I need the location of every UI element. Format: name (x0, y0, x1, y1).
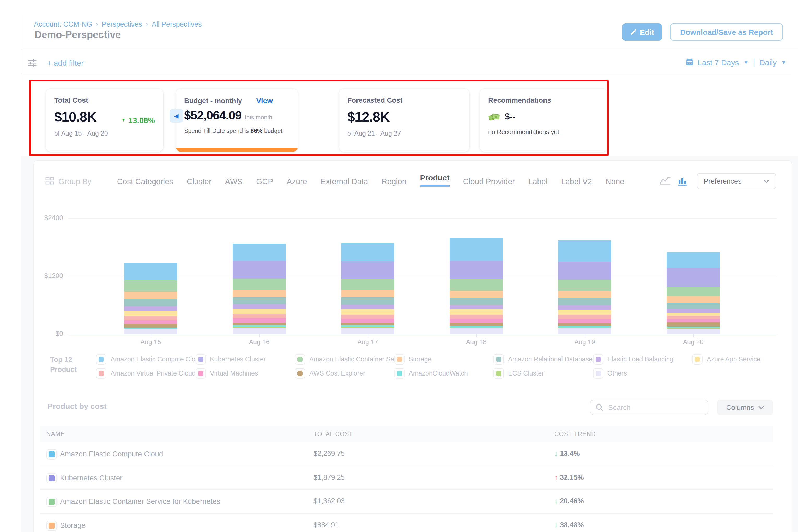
bar-segment-ecs-cluster[interactable] (341, 327, 394, 328)
bar-segment-storage[interactable] (233, 290, 286, 297)
bar-segment-virtual-machines[interactable] (667, 320, 720, 322)
bar-segment-amazoncloudwatch[interactable] (558, 326, 611, 327)
edit-button[interactable]: Edit (622, 23, 662, 41)
search-input[interactable] (607, 403, 703, 412)
bar-segment-virtual-machines[interactable] (341, 319, 394, 323)
bar-segment-others[interactable] (667, 328, 720, 334)
date-range-dropdown[interactable]: Last 7 Days (698, 58, 739, 66)
breadcrumb-all-perspectives[interactable]: All Perspectives (152, 20, 202, 28)
bar-segment-amazon-elastic-container-service-for-kubernetes[interactable] (558, 280, 611, 291)
bar-segment-amazon-elastic-container-service-for-kubernetes[interactable] (341, 279, 394, 290)
bar-segment-amazon-relational-database-service[interactable] (124, 299, 177, 306)
bar-segment-others[interactable] (233, 328, 286, 334)
add-filter-button[interactable]: + add filter (47, 58, 84, 67)
bar-segment-storage[interactable] (450, 290, 503, 298)
bar-segment-amazoncloudwatch[interactable] (667, 326, 720, 327)
bar-segment-amazon-virtual-private-cloud[interactable] (450, 314, 503, 319)
bar-segment-amazon-elastic-compute-cloud[interactable] (233, 243, 286, 261)
bar-segment-azure-app-service[interactable] (558, 310, 611, 315)
bar-segment-aws-cost-explorer[interactable] (667, 322, 720, 326)
breadcrumb-account[interactable]: Account: CCM-NG (34, 20, 92, 28)
bar-segment-amazon-relational-database-service[interactable] (233, 297, 286, 304)
bar-segment-amazon-relational-database-service[interactable] (450, 298, 503, 305)
bar-segment-amazon-virtual-private-cloud[interactable] (558, 315, 611, 319)
bar-segment-others[interactable] (558, 328, 611, 334)
legend-swatch (295, 368, 305, 379)
bar-segment-kubernetes-cluster[interactable] (558, 262, 611, 280)
bar-segment-kubernetes-cluster[interactable] (450, 261, 503, 279)
bar-segment-storage[interactable] (667, 296, 720, 303)
bar-segment-amazon-virtual-private-cloud[interactable] (667, 316, 720, 320)
bar-segment-others[interactable] (341, 328, 394, 334)
bar-segment-amazoncloudwatch[interactable] (233, 325, 286, 327)
bar-segment-virtual-machines[interactable] (233, 318, 286, 323)
bar-segment-amazon-elastic-compute-cloud[interactable] (558, 241, 611, 262)
legend-label: AWS Cost Explorer (309, 370, 365, 377)
bar-segment-amazon-virtual-private-cloud[interactable] (124, 316, 177, 320)
bar-segment-aws-cost-explorer[interactable] (341, 323, 394, 326)
bar-segment-elastic-load-balancing[interactable] (450, 305, 503, 309)
bar-segment-aws-cost-explorer[interactable] (558, 323, 611, 326)
bar-segment-amazon-virtual-private-cloud[interactable] (341, 314, 394, 319)
bar-segment-amazon-elastic-container-service-for-kubernetes[interactable] (233, 278, 286, 290)
download-button-label: Download/Save as Report (680, 28, 773, 36)
bar-segment-kubernetes-cluster[interactable] (667, 268, 720, 287)
bar-segment-virtual-machines[interactable] (450, 319, 503, 323)
bar-segment-amazon-virtual-private-cloud[interactable] (233, 314, 286, 318)
bar-segment-elastic-load-balancing[interactable] (341, 305, 394, 309)
carousel-left-button[interactable]: ◀ (170, 109, 183, 122)
y-axis-label: $1200 (34, 272, 63, 280)
bar-segment-azure-app-service[interactable] (450, 309, 503, 315)
bar-segment-amazon-elastic-container-service-for-kubernetes[interactable] (124, 280, 177, 292)
bar-segment-virtual-machines[interactable] (124, 320, 177, 324)
bar-segment-amazon-elastic-compute-cloud[interactable] (124, 263, 177, 280)
bar-segment-ecs-cluster[interactable] (667, 327, 720, 328)
bar-segment-azure-app-service[interactable] (233, 309, 286, 314)
bar-segment-azure-app-service[interactable] (341, 309, 394, 314)
bar-segment-ecs-cluster[interactable] (558, 327, 611, 328)
bar-segment-aws-cost-explorer[interactable] (450, 323, 503, 326)
bar-segment-elastic-load-balancing[interactable] (667, 308, 720, 313)
bar-segment-virtual-machines[interactable] (558, 319, 611, 323)
bar-segment-storage[interactable] (341, 290, 394, 297)
bar-segment-ecs-cluster[interactable] (450, 327, 503, 328)
bar-segment-azure-app-service[interactable] (667, 313, 720, 316)
bar-segment-others[interactable] (124, 328, 177, 334)
bar-segment-others[interactable] (450, 328, 503, 334)
bar-segment-storage[interactable] (124, 292, 177, 299)
bar-segment-amazon-relational-database-service[interactable] (667, 303, 720, 308)
bar-segment-aws-cost-explorer[interactable] (124, 324, 177, 327)
bar-segment-aws-cost-explorer[interactable] (233, 323, 286, 325)
bar-segment-amazon-relational-database-service[interactable] (341, 297, 394, 305)
bar-segment-amazon-elastic-compute-cloud[interactable] (341, 243, 394, 261)
bar-segment-storage[interactable] (558, 291, 611, 298)
breadcrumb-perspectives[interactable]: Perspectives (102, 20, 142, 28)
bar-segment-amazon-elastic-compute-cloud[interactable] (667, 252, 720, 268)
table-row-kubernetes-cluster[interactable]: Kubernetes Cluster$1,879.25↑32.15% (40, 466, 773, 490)
table-row-storage[interactable]: Storage$884.91↓38.48% (40, 513, 773, 532)
bar-segment-amazoncloudwatch[interactable] (124, 327, 177, 328)
bar-segment-ecs-cluster[interactable] (233, 327, 286, 328)
bar-segment-amazon-elastic-container-service-for-kubernetes[interactable] (667, 287, 720, 296)
filter-sliders-icon[interactable] (27, 58, 37, 70)
bar-segment-kubernetes-cluster[interactable] (341, 261, 394, 279)
bar-segment-amazon-elastic-container-service-for-kubernetes[interactable] (450, 279, 503, 290)
bar-segment-elastic-load-balancing[interactable] (558, 305, 611, 310)
bar-segment-amazon-elastic-compute-cloud[interactable] (450, 238, 503, 261)
bar-segment-amazoncloudwatch[interactable] (450, 326, 503, 327)
columns-dropdown[interactable]: Columns (717, 400, 773, 415)
bar-segment-kubernetes-cluster[interactable] (233, 261, 286, 278)
column-header-total-cost[interactable]: TOTAL COST (314, 425, 353, 442)
granularity-dropdown[interactable]: Daily (759, 58, 777, 66)
table-row-amazon-elastic-compute-cloud[interactable]: Amazon Elastic Compute Cloud$2,269.75↓13… (40, 442, 773, 466)
table-row-amazon-elastic-container-service-for-kubernetes[interactable]: Amazon Elastic Container Service for Kub… (40, 490, 773, 513)
bar-segment-amazoncloudwatch[interactable] (341, 326, 394, 327)
bar-segment-azure-app-service[interactable] (124, 311, 177, 316)
column-header-cost-trend[interactable]: COST TREND (554, 425, 596, 442)
budget-view-link[interactable]: View (256, 96, 273, 105)
bar-segment-elastic-load-balancing[interactable] (124, 306, 177, 311)
bar-segment-elastic-load-balancing[interactable] (233, 304, 286, 309)
column-header-name[interactable]: NAME (46, 425, 65, 442)
bar-segment-amazon-relational-database-service[interactable] (558, 298, 611, 305)
download-save-report-button[interactable]: Download/Save as Report (670, 23, 783, 41)
